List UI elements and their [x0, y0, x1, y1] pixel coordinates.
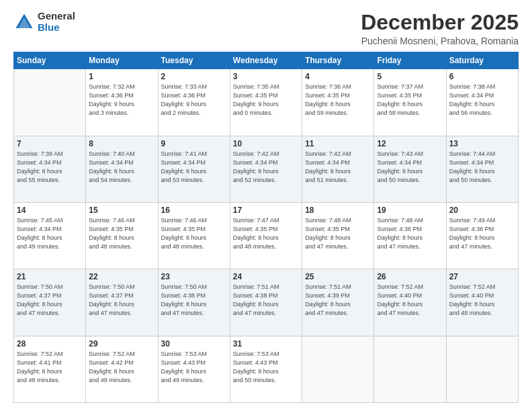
day-number: 24 — [233, 272, 299, 281]
calendar-week-1: 1Sunrise: 7:32 AM Sunset: 4:36 PM Daylig… — [14, 69, 519, 136]
calendar-cell: 4Sunrise: 7:36 AM Sunset: 4:35 PM Daylig… — [302, 69, 374, 136]
day-number: 26 — [377, 272, 443, 281]
day-number: 18 — [305, 205, 371, 215]
day-info: Sunrise: 7:41 AM Sunset: 4:34 PM Dayligh… — [161, 150, 227, 185]
day-number: 20 — [449, 205, 515, 215]
day-info: Sunrise: 7:46 AM Sunset: 4:35 PM Dayligh… — [89, 216, 154, 251]
day-info: Sunrise: 7:53 AM Sunset: 4:43 PM Dayligh… — [233, 350, 299, 385]
day-info: Sunrise: 7:48 AM Sunset: 4:35 PM Dayligh… — [305, 216, 371, 251]
day-header-friday: Friday — [374, 52, 446, 69]
logo-blue: Blue — [38, 22, 75, 34]
day-number: 1 — [89, 72, 154, 81]
logo-text: General Blue — [38, 11, 75, 33]
calendar-cell: 30Sunrise: 7:53 AM Sunset: 4:43 PM Dayli… — [158, 336, 230, 402]
day-number: 12 — [377, 139, 443, 148]
calendar-week-3: 14Sunrise: 7:45 AM Sunset: 4:34 PM Dayli… — [14, 202, 519, 269]
calendar-cell: 14Sunrise: 7:45 AM Sunset: 4:34 PM Dayli… — [14, 202, 86, 269]
calendar-cell: 20Sunrise: 7:49 AM Sunset: 4:36 PM Dayli… — [446, 202, 518, 269]
calendar-cell — [446, 336, 518, 402]
day-header-monday: Monday — [86, 52, 158, 69]
day-info: Sunrise: 7:47 AM Sunset: 4:35 PM Dayligh… — [233, 216, 299, 251]
day-number: 5 — [377, 72, 443, 81]
day-info: Sunrise: 7:42 AM Sunset: 4:34 PM Dayligh… — [305, 150, 371, 185]
calendar-cell: 1Sunrise: 7:32 AM Sunset: 4:36 PM Daylig… — [86, 69, 158, 136]
day-number: 27 — [449, 272, 515, 281]
day-info: Sunrise: 7:35 AM Sunset: 4:35 PM Dayligh… — [233, 83, 299, 118]
calendar-cell: 2Sunrise: 7:33 AM Sunset: 4:36 PM Daylig… — [158, 69, 230, 136]
calendar-cell — [302, 336, 374, 402]
day-number: 7 — [17, 139, 83, 148]
calendar-cell: 31Sunrise: 7:53 AM Sunset: 4:43 PM Dayli… — [230, 336, 302, 402]
day-info: Sunrise: 7:45 AM Sunset: 4:34 PM Dayligh… — [17, 216, 83, 251]
day-info: Sunrise: 7:38 AM Sunset: 4:34 PM Dayligh… — [449, 83, 515, 118]
calendar-cell: 13Sunrise: 7:44 AM Sunset: 4:34 PM Dayli… — [446, 136, 518, 202]
calendar-week-5: 28Sunrise: 7:52 AM Sunset: 4:41 PM Dayli… — [14, 336, 519, 402]
day-info: Sunrise: 7:40 AM Sunset: 4:34 PM Dayligh… — [89, 150, 154, 185]
day-number: 31 — [233, 339, 299, 349]
day-number: 17 — [233, 205, 299, 215]
calendar-cell: 10Sunrise: 7:42 AM Sunset: 4:34 PM Dayli… — [230, 136, 302, 202]
day-header-sunday: Sunday — [14, 52, 86, 69]
title-block: December 2025 Puchenii Mosneni, Prahova,… — [361, 11, 519, 46]
day-number: 25 — [305, 272, 371, 281]
calendar-cell — [374, 336, 446, 402]
header: General Blue December 2025 Puchenii Mosn… — [13, 11, 519, 46]
main-title: December 2025 — [361, 11, 519, 34]
day-info: Sunrise: 7:51 AM Sunset: 4:39 PM Dayligh… — [305, 283, 371, 318]
day-info: Sunrise: 7:50 AM Sunset: 4:37 PM Dayligh… — [89, 283, 154, 318]
day-number: 28 — [17, 339, 83, 349]
day-info: Sunrise: 7:51 AM Sunset: 4:38 PM Dayligh… — [233, 283, 299, 318]
calendar-cell: 16Sunrise: 7:46 AM Sunset: 4:35 PM Dayli… — [158, 202, 230, 269]
calendar-cell: 21Sunrise: 7:50 AM Sunset: 4:37 PM Dayli… — [14, 269, 86, 336]
day-number: 22 — [89, 272, 154, 281]
calendar-table: SundayMondayTuesdayWednesdayThursdayFrid… — [13, 52, 519, 403]
calendar-cell: 8Sunrise: 7:40 AM Sunset: 4:34 PM Daylig… — [86, 136, 158, 202]
calendar-cell: 26Sunrise: 7:52 AM Sunset: 4:40 PM Dayli… — [374, 269, 446, 336]
day-info: Sunrise: 7:33 AM Sunset: 4:36 PM Dayligh… — [161, 83, 227, 118]
day-number: 15 — [89, 205, 154, 215]
calendar-cell: 9Sunrise: 7:41 AM Sunset: 4:34 PM Daylig… — [158, 136, 230, 202]
day-info: Sunrise: 7:46 AM Sunset: 4:35 PM Dayligh… — [161, 216, 227, 251]
day-number: 10 — [233, 139, 299, 148]
calendar-cell: 27Sunrise: 7:52 AM Sunset: 4:40 PM Dayli… — [446, 269, 518, 336]
day-info: Sunrise: 7:50 AM Sunset: 4:38 PM Dayligh… — [161, 283, 227, 318]
calendar-cell: 18Sunrise: 7:48 AM Sunset: 4:35 PM Dayli… — [302, 202, 374, 269]
calendar-cell: 25Sunrise: 7:51 AM Sunset: 4:39 PM Dayli… — [302, 269, 374, 336]
day-info: Sunrise: 7:52 AM Sunset: 4:41 PM Dayligh… — [17, 350, 83, 385]
calendar-cell: 6Sunrise: 7:38 AM Sunset: 4:34 PM Daylig… — [446, 69, 518, 136]
day-info: Sunrise: 7:52 AM Sunset: 4:40 PM Dayligh… — [377, 283, 443, 318]
day-header-thursday: Thursday — [302, 52, 374, 69]
day-header-wednesday: Wednesday — [230, 52, 302, 69]
logo: General Blue — [13, 11, 75, 33]
day-number: 3 — [233, 72, 299, 81]
day-number: 21 — [17, 272, 83, 281]
calendar-cell: 15Sunrise: 7:46 AM Sunset: 4:35 PM Dayli… — [86, 202, 158, 269]
day-info: Sunrise: 7:43 AM Sunset: 4:34 PM Dayligh… — [377, 150, 443, 185]
day-number: 13 — [449, 139, 515, 148]
day-info: Sunrise: 7:50 AM Sunset: 4:37 PM Dayligh… — [17, 283, 83, 318]
calendar-cell: 24Sunrise: 7:51 AM Sunset: 4:38 PM Dayli… — [230, 269, 302, 336]
day-info: Sunrise: 7:36 AM Sunset: 4:35 PM Dayligh… — [305, 83, 371, 118]
day-info: Sunrise: 7:52 AM Sunset: 4:42 PM Dayligh… — [89, 350, 154, 385]
day-info: Sunrise: 7:44 AM Sunset: 4:34 PM Dayligh… — [449, 150, 515, 185]
calendar-cell: 5Sunrise: 7:37 AM Sunset: 4:35 PM Daylig… — [374, 69, 446, 136]
calendar-week-4: 21Sunrise: 7:50 AM Sunset: 4:37 PM Dayli… — [14, 269, 519, 336]
calendar-cell: 3Sunrise: 7:35 AM Sunset: 4:35 PM Daylig… — [230, 69, 302, 136]
day-number: 29 — [89, 339, 154, 349]
day-number: 8 — [89, 139, 154, 148]
calendar-cell — [14, 69, 86, 136]
day-number: 2 — [161, 72, 227, 81]
day-number: 9 — [161, 139, 227, 148]
logo-icon — [13, 11, 35, 33]
calendar-cell: 23Sunrise: 7:50 AM Sunset: 4:38 PM Dayli… — [158, 269, 230, 336]
day-info: Sunrise: 7:48 AM Sunset: 4:36 PM Dayligh… — [377, 216, 443, 251]
day-number: 14 — [17, 205, 83, 215]
day-number: 23 — [161, 272, 227, 281]
day-number: 4 — [305, 72, 371, 81]
logo-general: General — [38, 11, 75, 22]
day-number: 30 — [161, 339, 227, 349]
day-info: Sunrise: 7:39 AM Sunset: 4:34 PM Dayligh… — [17, 150, 83, 185]
day-number: 6 — [449, 72, 515, 81]
calendar-cell: 12Sunrise: 7:43 AM Sunset: 4:34 PM Dayli… — [374, 136, 446, 202]
subtitle: Puchenii Mosneni, Prahova, Romania — [361, 36, 519, 46]
